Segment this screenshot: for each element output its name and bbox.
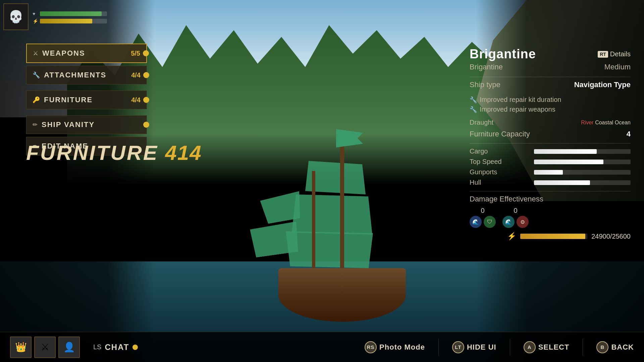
ship-type-value: Navigation Type [574,80,631,89]
furniture-display-number: 414 [165,141,202,165]
stat-gunports-label: Gunports [470,168,530,176]
perk-2-icon: 🔧 [470,106,477,113]
ship-scene [241,121,443,322]
chat-label: CHAT [105,343,129,352]
select-button[interactable]: A SELECT [524,341,570,353]
xp-current: 24900 [591,233,610,240]
health-bar-row: ♥ [33,11,107,16]
stat-speed-label: Top Speed [470,158,530,166]
stat-hull-label: Hull [470,179,530,186]
damage-num-2: 0 [514,207,517,215]
damage-icon-pair-2: 🌊 ⚙ [502,216,529,228]
divider-2 [510,339,510,356]
hide-ui-label: HIDE UI [467,343,496,352]
left-menu: ⚔ WEAPONS 5/5 🔧 ATTACHMENTS 4/4 🔑 FURNIT… [26,44,147,156]
hide-ui-key: LT [452,341,464,353]
ship-flag [336,129,363,147]
xp-max: 25600 [612,233,631,240]
ship-mast-main [340,144,344,272]
stamina-bar-fill [40,19,92,23]
perk-1-icon: 🔧 [470,96,477,104]
damage-icon-wave1: 🌊 [470,216,482,228]
hide-ui-button[interactable]: LT HIDE UI [452,341,496,353]
stat-cargo-track [534,149,631,154]
damage-section: Damage Effectiveness 0 🌊 🛡 0 🌊 ⚙ [470,191,631,228]
chat-notification-dot [132,345,138,350]
menu-item-attachments-left: 🔧 ATTACHMENTS [33,71,106,79]
xp-row: ⚡ 24900/25600 [470,232,631,241]
menu-item-furniture[interactable]: 🔑 FURNITURE 4/4 [26,90,147,109]
details-button[interactable]: RT Details [598,50,631,58]
furniture-cap-value: 4 [627,130,631,138]
menu-item-attachments[interactable]: 🔧 ATTACHMENTS 4/4 [26,66,147,84]
stamina-bar-row: ⚡ [33,18,107,24]
furniture-dot [143,97,149,103]
vanity-icon: ✏ [33,121,38,128]
back-label: BACK [611,343,634,352]
crown-icon: 👑 [15,342,27,353]
attachments-dot [143,72,149,78]
ship-subtitle: Brigantine [470,63,503,71]
sail-2 [292,194,372,235]
furniture-large-display: FURNITURE 414 [26,141,202,165]
back-key: B [596,341,608,353]
stat-cargo-fill [534,149,597,154]
bottom-avatar-1[interactable]: 👑 [10,337,32,358]
avatar: 💀 [3,3,29,30]
xp-text: 24900/25600 [591,233,631,240]
bottom-left-icons: 👑 ⚔ 👤 [10,337,80,358]
ship-name: Brigantine [470,47,536,61]
damage-num-1: 0 [481,207,484,215]
weapons-label: WEAPONS [42,49,85,58]
sword-icon: ⚔ [41,342,49,353]
damage-group-1: 0 🌊 🛡 [470,207,496,228]
menu-item-ship-vanity[interactable]: ✏ SHIP VANITY [26,115,147,134]
photo-mode-button[interactable]: RS Photo Mode [365,341,425,353]
stamina-bar-track [40,19,107,23]
furniture-count: 4/4 [131,96,141,104]
bottom-avatar-2[interactable]: ⚔ [34,337,56,358]
furniture-label: FURNITURE [44,96,93,104]
health-bar-track [40,11,107,16]
ship-type-label: Ship type [470,80,500,89]
ship-size: Medium [604,63,631,71]
menu-item-vanity-left: ✏ SHIP VANITY [33,120,95,129]
menu-item-furniture-left: 🔑 FURNITURE [33,96,93,104]
stat-hull: Hull [470,179,631,186]
menu-item-weapons[interactable]: ⚔ WEAPONS 5/5 [26,44,147,63]
xp-bar-fill [520,234,585,239]
furniture-capacity-row: Furniture Capacity 4 [470,130,631,138]
select-label: SELECT [538,343,570,352]
chat-btn-key: LS [93,343,101,351]
health-bars: ♥ ⚡ [33,10,107,24]
photo-mode-label: Photo Mode [379,343,425,352]
xp-bar-track [520,234,587,239]
sail-3 [286,231,373,268]
perk-2: 🔧 Improved repair weapons [470,106,631,113]
perk-1-text: Improved repair kit duration [480,96,561,104]
bottom-avatar-3[interactable]: 👤 [58,337,80,358]
person-icon: 👤 [63,342,75,353]
ship-type-row: Ship type Navigation Type [470,77,631,89]
avatar-emoji: 💀 [8,10,23,24]
stat-speed-track [534,160,631,164]
perk-2-text: Improved repair weapons [480,106,555,113]
top-hud: 💀 ♥ ⚡ [3,3,107,30]
back-button[interactable]: B BACK [596,341,634,353]
attachments-label: ATTACHMENTS [44,71,106,79]
furniture-cap-label: Furniture Capacity [470,130,530,138]
health-bar-fill [40,11,102,16]
stamina-icon: ⚡ [33,18,38,24]
weapons-count: 5/5 [131,50,140,57]
damage-icon-wave2: 🌊 [502,216,515,228]
draught-values: River Coastal Ocean [581,120,631,126]
stat-speed: Top Speed [470,158,631,166]
damage-title: Damage Effectiveness [470,195,631,203]
chat-section[interactable]: LS CHAT [93,343,138,352]
attachments-count: 4/4 [131,71,141,79]
stat-gunports-fill [534,170,563,175]
health-icon: ♥ [33,11,38,16]
stats-section: Cargo Top Speed Gunports Hull [470,143,631,186]
divider-1 [438,339,439,356]
menu-item-weapons-left: ⚔ WEAPONS [33,49,85,58]
